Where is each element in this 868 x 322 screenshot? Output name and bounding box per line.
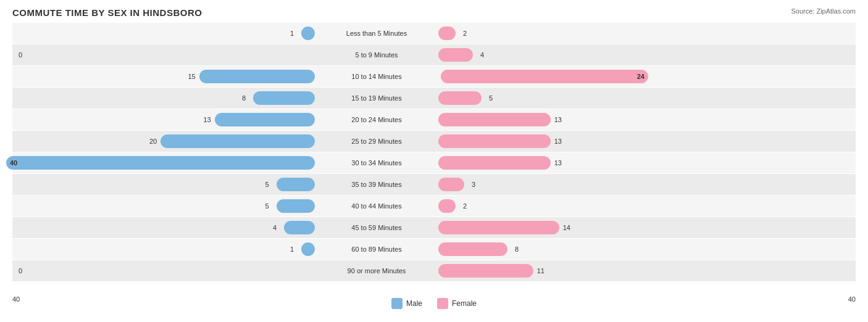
bar-female: 2	[438, 27, 456, 40]
axis-bottom: 40 Male Female 40	[12, 295, 856, 309]
bar-male: 4	[284, 221, 315, 234]
bar-male: 13	[215, 113, 315, 126]
left-section: 20	[19, 132, 315, 151]
right-section: 13	[438, 110, 772, 129]
right-section: 14	[438, 218, 772, 237]
bar-female: 11	[438, 264, 533, 278]
male-label: Male	[406, 299, 422, 308]
right-section: 3	[438, 175, 772, 194]
table-row: 13 20 to 24 Minutes 13	[12, 109, 856, 130]
left-section: 5	[19, 197, 315, 215]
female-label: Female	[452, 299, 477, 308]
legend-female: Female	[437, 298, 477, 309]
left-section: 0	[19, 46, 315, 64]
table-row: 20 25 to 29 Minutes 13	[12, 131, 856, 152]
bars-area: 1 Less than 5 Minutes 2 0 5 to 9 Minutes…	[12, 23, 856, 294]
bar-male: 8	[253, 91, 315, 105]
bar-label: 30 to 34 Minutes	[315, 159, 438, 167]
table-row: 0 5 to 9 Minutes 4	[12, 44, 856, 65]
left-section: 1	[19, 240, 315, 258]
left-section: 5	[19, 175, 315, 194]
bar-label: 5 to 9 Minutes	[315, 51, 438, 59]
source-text: Source: ZipAtlas.com	[791, 7, 856, 15]
bar-female: 13	[438, 156, 551, 170]
right-section: 11	[438, 262, 772, 280]
bar-label: 35 to 39 Minutes	[315, 181, 438, 188]
female-swatch	[437, 298, 448, 309]
bar-label: 15 to 19 Minutes	[315, 94, 438, 102]
right-section: 13	[438, 132, 772, 151]
table-row: 15 10 to 14 Minutes 24	[12, 66, 856, 87]
chart-title: COMMUTE TIME BY SEX IN HINDSBORO	[12, 7, 856, 18]
left-section: 4	[19, 218, 315, 237]
right-section: 2	[438, 24, 772, 43]
bar-male: 5	[277, 199, 315, 213]
legend-male: Male	[391, 298, 422, 309]
bar-label: 20 to 24 Minutes	[315, 116, 438, 123]
right-section: 2	[438, 197, 772, 215]
table-row: 4 45 to 59 Minutes 14	[12, 217, 856, 238]
bar-male: 40	[6, 156, 315, 170]
right-section: 13	[438, 154, 772, 172]
table-row: 1 Less than 5 Minutes 2	[12, 23, 856, 44]
left-section: 13	[19, 110, 315, 129]
axis-right-max: 40	[848, 295, 856, 309]
bar-male: 1	[301, 242, 315, 256]
bar-female: 2	[438, 199, 456, 213]
table-row: 5 40 to 44 Minutes 2	[12, 196, 856, 217]
bar-female: 4	[438, 48, 473, 62]
right-section: 4	[438, 46, 772, 64]
chart-container: COMMUTE TIME BY SEX IN HINDSBORO Source:…	[0, 0, 868, 322]
axis-left-min: 40	[12, 295, 20, 309]
left-section: 1	[19, 24, 315, 43]
bar-label: 45 to 59 Minutes	[315, 224, 438, 231]
male-swatch	[391, 298, 403, 309]
table-row: 0 90 or more Minutes 11	[12, 260, 856, 281]
bar-label: 10 to 14 Minutes	[315, 73, 438, 80]
left-section: 40	[19, 154, 315, 172]
bar-label: 25 to 29 Minutes	[315, 138, 438, 145]
bar-male: 20	[161, 134, 315, 148]
bar-female: 13	[438, 134, 551, 148]
left-section: 15	[19, 67, 315, 86]
legend: Male Female	[391, 298, 477, 309]
table-row: 1 60 to 89 Minutes 8	[12, 239, 856, 260]
bar-female: 5	[438, 91, 482, 105]
table-row: 40 30 to 34 Minutes 13	[12, 152, 856, 173]
bar-label: 60 to 89 Minutes	[315, 246, 438, 253]
bar-female: 3	[438, 178, 464, 191]
right-section: 24	[438, 67, 772, 86]
table-row: 5 35 to 39 Minutes 3	[12, 174, 856, 195]
right-section: 8	[438, 240, 772, 258]
bar-female: 14	[438, 221, 559, 234]
bar-male: 5	[277, 178, 315, 191]
bar-label: 40 to 44 Minutes	[315, 202, 438, 210]
bar-male: 15	[199, 70, 315, 83]
bar-female: 8	[438, 242, 507, 256]
left-section: 8	[19, 89, 315, 107]
bar-female: 24	[441, 70, 648, 83]
table-row: 8 15 to 19 Minutes 5	[12, 88, 856, 109]
bar-label: 90 or more Minutes	[315, 267, 438, 275]
bar-label: Less than 5 Minutes	[315, 30, 438, 37]
right-section: 5	[438, 89, 772, 107]
bar-female: 13	[438, 113, 551, 126]
left-section: 0	[19, 262, 315, 280]
bar-male: 1	[301, 27, 315, 40]
